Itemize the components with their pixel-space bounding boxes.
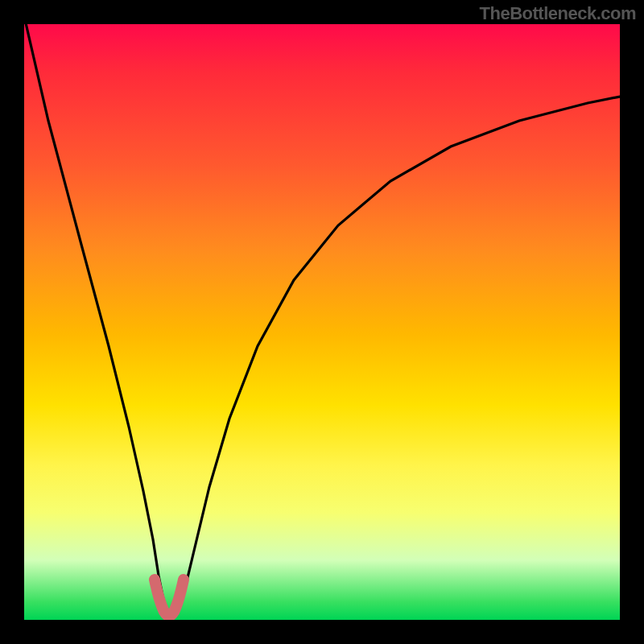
chart-frame: TheBottleneck.com (0, 0, 644, 644)
optimal-highlight (155, 580, 184, 616)
curve-path (24, 24, 620, 617)
plot-area (24, 24, 620, 620)
watermark-text: TheBottleneck.com (480, 3, 636, 24)
bottleneck-curve (24, 24, 620, 620)
